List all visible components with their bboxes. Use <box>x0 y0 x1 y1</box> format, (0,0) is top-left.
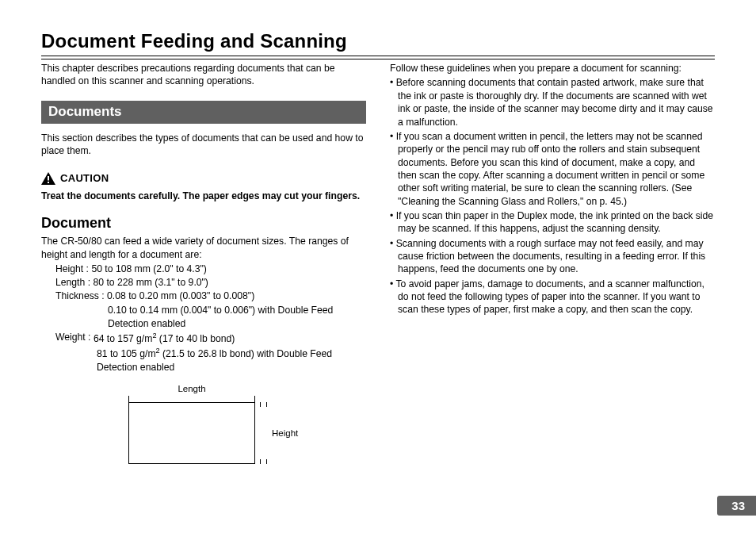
guideline-item: To avoid paper jams, damage to documents… <box>390 278 715 316</box>
spec-height: Height : 50 to 108 mm (2.0" to 4.3") <box>55 263 366 276</box>
spec-weight-value: 64 to 157 g/m2 (17 to 40 lb bond) <box>94 331 235 346</box>
spec-height-label: Height : <box>55 263 91 276</box>
spec-weight2-pre: 81 to 105 g/m <box>97 348 156 359</box>
spec-weight-label: Weight : <box>55 331 94 346</box>
diagram-length-label: Length <box>128 384 255 393</box>
section-heading-documents: Documents <box>41 101 366 124</box>
left-column: This chapter describes precautions regar… <box>41 62 366 464</box>
spec-height-value: 50 to 108 mm (2.0" to 4.3") <box>91 263 207 276</box>
rule-thin-2 <box>41 59 715 59</box>
dimension-diagram: Length Height <box>41 384 366 464</box>
diagram-box <box>128 402 255 464</box>
guideline-item: Scanning documents with a rough surface … <box>390 237 715 276</box>
guidelines-intro: Follow these guidelines when you prepare… <box>390 62 715 75</box>
warning-icon <box>41 172 55 185</box>
spec-weight-post: (17 to 40 lb bond) <box>156 333 235 344</box>
document-specs: Height : 50 to 108 mm (2.0" to 4.3") Len… <box>41 263 366 374</box>
spec-length-label: Length : <box>55 276 93 290</box>
caution-label: CAUTION <box>60 172 109 184</box>
document-intro: The CR-50/80 can feed a wide variety of … <box>41 235 366 261</box>
svg-rect-0 <box>48 176 49 181</box>
height-bracket-bottom <box>260 459 267 464</box>
chapter-title: Document Feeding and Scanning <box>41 30 715 52</box>
document-heading: Document <box>41 215 366 232</box>
spec-weight-pre: 64 to 157 g/m <box>94 333 153 344</box>
diagram-height-label: Height <box>272 428 298 438</box>
spec-length-value: 80 to 228 mm (3.1" to 9.0") <box>93 276 208 290</box>
spec-thickness-value-2: 0.10 to 0.14 mm (0.004" to 0.006") with … <box>55 304 366 331</box>
spec-length: Length : 80 to 228 mm (3.1" to 9.0") <box>55 276 366 290</box>
spec-thickness-label: Thickness : <box>55 290 107 303</box>
svg-rect-1 <box>48 182 49 183</box>
section-description: This section describes the types of docu… <box>41 132 366 158</box>
caution-heading: CAUTION <box>41 172 366 185</box>
chapter-intro: This chapter describes precautions regar… <box>41 62 366 88</box>
rule-thin <box>41 56 715 56</box>
spec-thickness: Thickness : 0.08 to 0.20 mm (0.003" to 0… <box>55 290 366 303</box>
guideline-item: Before scanning documents that contain p… <box>390 76 715 128</box>
page-number-tab: 33 <box>717 496 756 516</box>
spec-weight-value-2: 81 to 105 g/m2 (21.5 to 26.8 lb bond) wi… <box>55 346 366 374</box>
caution-text: Treat the documents carefully. The paper… <box>41 190 366 202</box>
guideline-item: If you scan thin paper in the Duplex mod… <box>390 209 715 236</box>
spec-thickness-value: 0.08 to 0.20 mm (0.003" to 0.008") <box>107 290 254 303</box>
guideline-item: If you scan a document written in pencil… <box>390 130 715 208</box>
content-columns: This chapter describes precautions regar… <box>41 62 715 464</box>
right-column: Follow these guidelines when you prepare… <box>390 62 715 464</box>
spec-weight: Weight : 64 to 157 g/m2 (17 to 40 lb bon… <box>55 331 366 346</box>
guidelines-list: Before scanning documents that contain p… <box>390 76 715 316</box>
